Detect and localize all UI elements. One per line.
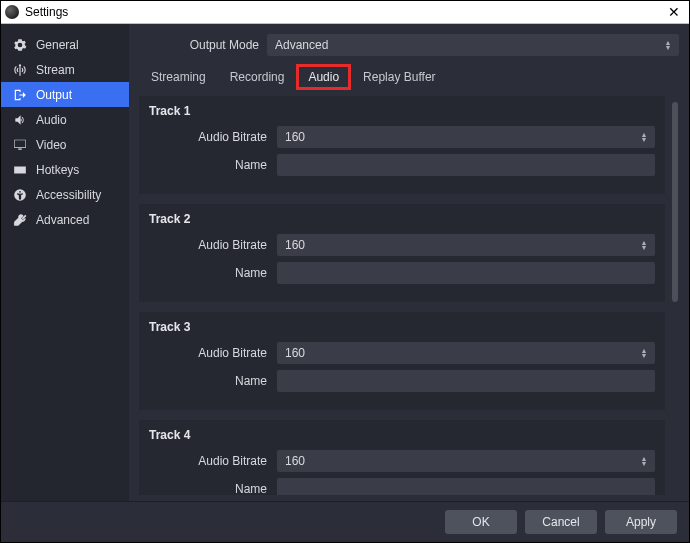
bitrate-spinbox[interactable]: 160 <box>277 126 655 148</box>
tab-audio[interactable]: Audio <box>296 64 351 90</box>
sidebar-item-output[interactable]: Output <box>1 82 129 107</box>
name-row: Name <box>149 154 655 176</box>
track-title: Track 2 <box>149 212 655 226</box>
keyboard-icon <box>13 163 27 177</box>
bitrate-row: Audio Bitrate 160 <box>149 450 655 472</box>
bitrate-label: Audio Bitrate <box>149 454 277 468</box>
button-label: OK <box>472 515 489 529</box>
apply-button[interactable]: Apply <box>605 510 677 534</box>
tab-streaming[interactable]: Streaming <box>139 64 218 90</box>
name-label: Name <box>149 158 277 172</box>
bitrate-row: Audio Bitrate 160 <box>149 342 655 364</box>
ok-button[interactable]: OK <box>445 510 517 534</box>
tab-label: Streaming <box>151 70 206 84</box>
tab-label: Recording <box>230 70 285 84</box>
name-input[interactable] <box>277 478 655 495</box>
sidebar-item-label: General <box>36 38 79 52</box>
button-label: Cancel <box>542 515 579 529</box>
bitrate-spinbox[interactable]: 160 <box>277 342 655 364</box>
sidebar: General Stream Output Audio <box>1 24 129 501</box>
name-input[interactable] <box>277 154 655 176</box>
sidebar-item-accessibility[interactable]: Accessibility <box>1 182 129 207</box>
spin-buttons-icon <box>637 132 651 142</box>
sidebar-item-label: Audio <box>36 113 67 127</box>
cancel-button[interactable]: Cancel <box>525 510 597 534</box>
tools-icon <box>13 213 27 227</box>
sidebar-item-label: Stream <box>36 63 75 77</box>
sidebar-item-general[interactable]: General <box>1 32 129 57</box>
sidebar-item-label: Advanced <box>36 213 89 227</box>
bitrate-spinbox[interactable]: 160 <box>277 450 655 472</box>
button-label: Apply <box>626 515 656 529</box>
tab-replay-buffer[interactable]: Replay Buffer <box>351 64 448 90</box>
track-group: Track 4 Audio Bitrate 160 Name <box>139 420 665 495</box>
sidebar-item-label: Hotkeys <box>36 163 79 177</box>
monitor-icon <box>13 138 27 152</box>
sidebar-item-label: Output <box>36 88 72 102</box>
track-group: Track 2 Audio Bitrate 160 Name <box>139 204 665 302</box>
track-title: Track 1 <box>149 104 655 118</box>
main-panel: Output Mode Advanced Streaming Recording… <box>129 24 689 501</box>
track-title: Track 4 <box>149 428 655 442</box>
titlebar: Settings ✕ <box>1 1 689 24</box>
name-row: Name <box>149 370 655 392</box>
body: General Stream Output Audio <box>1 24 689 502</box>
accessibility-icon <box>13 188 27 202</box>
name-label: Name <box>149 266 277 280</box>
name-row: Name <box>149 478 655 495</box>
sidebar-item-hotkeys[interactable]: Hotkeys <box>1 157 129 182</box>
gear-icon <box>13 38 27 52</box>
window-title: Settings <box>25 5 663 19</box>
name-input[interactable] <box>277 370 655 392</box>
scrollbar-thumb[interactable] <box>672 102 678 302</box>
bitrate-value: 160 <box>285 454 305 468</box>
scroll-area: Track 1 Audio Bitrate 160 Name <box>139 96 679 495</box>
dialog-footer: OK Cancel Apply <box>1 502 689 542</box>
track-list: Track 1 Audio Bitrate 160 Name <box>139 96 671 495</box>
speaker-icon <box>13 113 27 127</box>
sidebar-item-audio[interactable]: Audio <box>1 107 129 132</box>
app-icon <box>5 5 19 19</box>
bitrate-spinbox[interactable]: 160 <box>277 234 655 256</box>
bitrate-row: Audio Bitrate 160 <box>149 234 655 256</box>
output-mode-combo[interactable]: Advanced <box>267 34 679 56</box>
output-tabs: Streaming Recording Audio Replay Buffer <box>139 64 679 90</box>
sidebar-item-label: Video <box>36 138 66 152</box>
bitrate-value: 160 <box>285 346 305 360</box>
antenna-icon <box>13 63 27 77</box>
spin-buttons-icon <box>637 348 651 358</box>
combo-stepper-icon <box>661 40 675 50</box>
name-row: Name <box>149 262 655 284</box>
bitrate-label: Audio Bitrate <box>149 130 277 144</box>
bitrate-value: 160 <box>285 238 305 252</box>
settings-window: Settings ✕ General Stream Output <box>0 0 690 543</box>
spin-buttons-icon <box>637 456 651 466</box>
output-icon <box>13 88 27 102</box>
name-input[interactable] <box>277 262 655 284</box>
sidebar-item-video[interactable]: Video <box>1 132 129 157</box>
name-label: Name <box>149 482 277 495</box>
sidebar-item-stream[interactable]: Stream <box>1 57 129 82</box>
track-group: Track 3 Audio Bitrate 160 Name <box>139 312 665 410</box>
bitrate-value: 160 <box>285 130 305 144</box>
bitrate-label: Audio Bitrate <box>149 346 277 360</box>
name-label: Name <box>149 374 277 388</box>
bitrate-row: Audio Bitrate 160 <box>149 126 655 148</box>
tab-recording[interactable]: Recording <box>218 64 297 90</box>
tab-label: Audio <box>308 70 339 84</box>
track-title: Track 3 <box>149 320 655 334</box>
tab-label: Replay Buffer <box>363 70 436 84</box>
spin-buttons-icon <box>637 240 651 250</box>
close-icon[interactable]: ✕ <box>663 4 685 20</box>
output-mode-row: Output Mode Advanced <box>139 34 679 56</box>
output-mode-label: Output Mode <box>139 38 267 52</box>
sidebar-item-label: Accessibility <box>36 188 101 202</box>
bitrate-label: Audio Bitrate <box>149 238 277 252</box>
sidebar-item-advanced[interactable]: Advanced <box>1 207 129 232</box>
track-group: Track 1 Audio Bitrate 160 Name <box>139 96 665 194</box>
output-mode-value: Advanced <box>275 38 328 52</box>
vertical-scrollbar[interactable] <box>671 96 679 495</box>
